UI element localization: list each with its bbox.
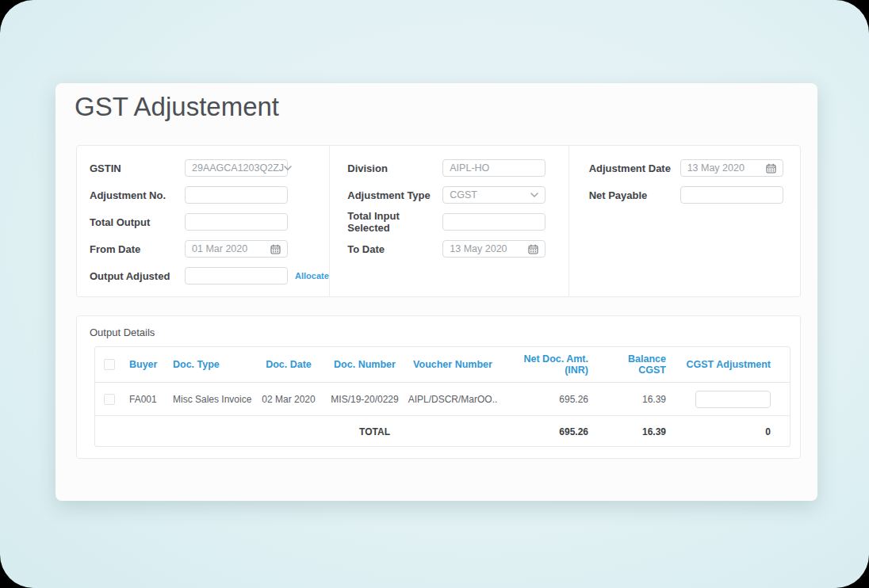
column-header-cgst-adjustment: CGST Adjustment	[682, 347, 791, 383]
form-column-right: Adjustment Date 13 May 2020 Net Payable	[568, 146, 800, 296]
chevron-down-icon	[530, 193, 538, 197]
table-row: FA001 Misc Sales Invoice 02 Mar 2020 MIS…	[95, 383, 791, 416]
from-date-value: 01 Mar 2020	[192, 243, 247, 254]
field-row-net-payable: Net Payable	[589, 186, 800, 204]
column-header-balance-cgst: Balance CGST	[604, 347, 682, 383]
total-label: TOTAL	[95, 416, 500, 448]
field-row-total-output: Total Output	[90, 213, 329, 231]
page-title: GST Adjustement	[75, 92, 279, 122]
calendar-icon	[766, 163, 776, 174]
table-header-row: Buyer Doc. Type Doc. Date Doc. Number Vo…	[95, 347, 791, 383]
column-header-doc-type: Doc. Type	[167, 347, 254, 383]
chevron-down-icon	[284, 166, 292, 170]
column-header-doc-number: Doc. Number	[323, 347, 406, 383]
row-checkbox[interactable]	[104, 394, 115, 405]
adjustment-type-value: CGST	[450, 189, 477, 200]
cell-net-doc-amt: 695.26	[500, 383, 604, 416]
column-header-buyer: Buyer	[124, 347, 167, 383]
adjustment-no-label: Adjustment No.	[90, 189, 185, 201]
adjustment-date-label: Adjustment Date	[589, 162, 680, 174]
output-details-table: Buyer Doc. Type Doc. Date Doc. Number Vo…	[94, 346, 791, 447]
cell-balance-cgst: 16.39	[604, 383, 682, 416]
total-input-selected-input[interactable]	[442, 213, 546, 231]
field-row-gstin: GSTIN 29AAGCA1203Q2ZJ	[90, 159, 329, 177]
total-cgst-adjustment: 0	[682, 416, 791, 448]
field-row-to-date: To Date 13 May 2020	[347, 240, 568, 258]
output-adjusted-input[interactable]	[185, 267, 288, 284]
cell-doc-number: MIS/19-20/0229	[323, 383, 406, 416]
total-net-doc-amt: 695.26	[500, 416, 604, 448]
adjustment-type-select[interactable]: CGST	[442, 186, 546, 204]
field-row-from-date: From Date 01 Mar 2020	[90, 240, 329, 258]
division-field[interactable]: AIPL-HO	[442, 159, 546, 177]
division-label: Division	[347, 162, 442, 174]
adjustment-no-input[interactable]	[185, 186, 288, 204]
adjustment-date-picker[interactable]: 13 May 2020	[680, 159, 783, 177]
total-output-input[interactable]	[185, 213, 288, 231]
net-payable-label: Net Payable	[589, 189, 680, 201]
field-row-adjustment-date: Adjustment Date 13 May 2020	[589, 159, 800, 177]
field-row-output-adjusted: Output Adjusted Allocate	[90, 267, 329, 284]
select-all-checkbox[interactable]	[104, 359, 115, 370]
form-column-left: GSTIN 29AAGCA1203Q2ZJ Adjustment No. Tot…	[77, 146, 329, 296]
cell-doc-type: Misc Sales Invoice	[167, 383, 254, 416]
column-header-voucher-number: Voucher Number	[406, 347, 500, 383]
total-balance-cgst: 16.39	[604, 416, 682, 448]
gstin-select[interactable]: 29AAGCA1203Q2ZJ	[185, 159, 288, 177]
column-header-doc-date: Doc. Date	[254, 347, 323, 383]
adjustment-type-label: Adjustment Type	[347, 189, 442, 201]
division-value: AIPL-HO	[450, 162, 489, 174]
gstin-label: GSTIN	[90, 162, 185, 174]
column-header-net-doc-amt: Net Doc. Amt. (INR)	[500, 347, 604, 383]
table-total-row: TOTAL 695.26 16.39 0	[95, 416, 791, 448]
gstin-select-value: 29AAGCA1203Q2ZJ	[192, 162, 284, 174]
form-column-middle: Division AIPL-HO Adjustment Type CGST	[329, 146, 568, 296]
output-details-panel: Output Details Buyer Doc. Type Doc. Date	[76, 315, 801, 459]
calendar-icon	[528, 244, 538, 254]
allocate-link[interactable]: Allocate	[295, 271, 329, 281]
field-row-division: Division AIPL-HO	[347, 159, 568, 177]
cell-buyer: FA001	[124, 383, 167, 416]
output-adjusted-label: Output Adjusted	[90, 270, 185, 282]
app-background: GST Adjustement GSTIN 29AAGCA1203Q2ZJ Ad…	[0, 0, 869, 588]
from-date-picker[interactable]: 01 Mar 2020	[185, 240, 288, 258]
adjustment-form-panel: GSTIN 29AAGCA1203Q2ZJ Adjustment No. Tot…	[76, 145, 801, 297]
cell-doc-date: 02 Mar 2020	[254, 383, 323, 416]
output-details-title: Output Details	[77, 316, 800, 338]
field-row-adjustment-type: Adjustment Type CGST	[347, 186, 568, 204]
to-date-value: 13 May 2020	[450, 243, 507, 254]
field-row-adjustment-no: Adjustment No.	[90, 186, 329, 204]
to-date-picker[interactable]: 13 May 2020	[442, 240, 546, 258]
to-date-label: To Date	[347, 243, 442, 255]
gst-adjustment-card: GST Adjustement GSTIN 29AAGCA1203Q2ZJ Ad…	[56, 83, 817, 501]
adjustment-date-value: 13 May 2020	[687, 162, 745, 174]
calendar-icon	[270, 244, 281, 254]
from-date-label: From Date	[90, 243, 185, 255]
total-output-label: Total Output	[90, 216, 185, 228]
net-payable-input[interactable]	[680, 186, 783, 204]
cell-voucher-number: AIPL/DSCR/MarOO..	[406, 383, 500, 416]
cgst-adjustment-input[interactable]	[695, 391, 771, 408]
field-row-total-input-selected: Total Input Selected	[347, 213, 568, 231]
total-input-selected-label: Total Input Selected	[347, 210, 442, 234]
